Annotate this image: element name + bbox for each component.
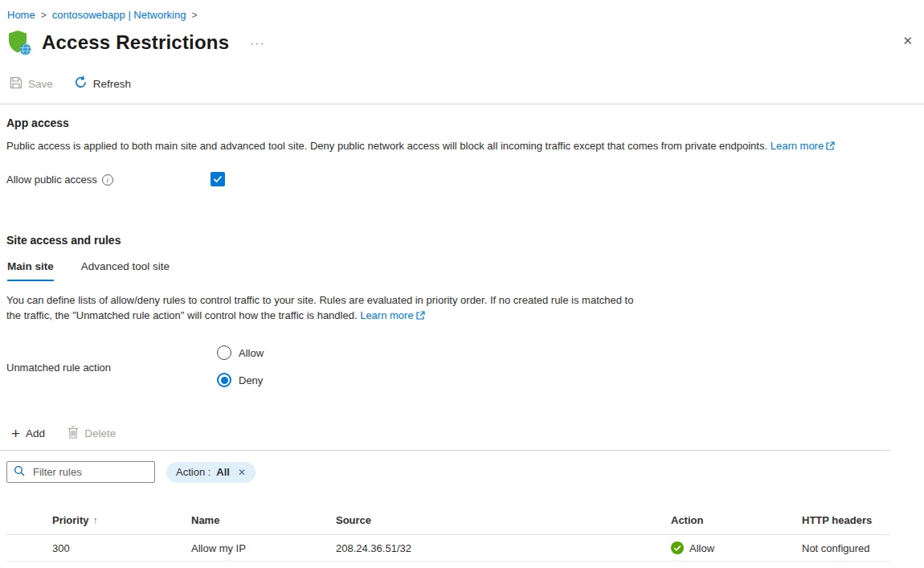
more-options-icon[interactable]: ···: [250, 37, 265, 49]
radio-allow-label: Allow: [239, 347, 264, 359]
tab-main-site[interactable]: Main site: [7, 260, 54, 281]
rule-action: Allow: [671, 541, 802, 554]
unmatched-rule-action-row: Unmatched rule action Allow Deny: [6, 345, 924, 387]
sort-ascending-icon: ↑: [93, 515, 98, 526]
allow-public-access-label-group: Allow public access i: [6, 172, 211, 186]
breadcrumb-separator: >: [41, 10, 47, 21]
radio-option-deny[interactable]: Deny: [217, 373, 264, 387]
rules-learn-more-link[interactable]: Learn more: [360, 309, 413, 321]
rule-action-label: Allow: [689, 542, 714, 554]
column-header-action[interactable]: Action: [671, 514, 802, 526]
priority-header-label: Priority: [52, 514, 89, 526]
app-access-heading: App access: [6, 116, 924, 129]
action-filter-label: Action :: [176, 466, 211, 478]
access-restrictions-pane: Home > contosowebapp | Networking > Acce…: [0, 0, 924, 568]
toolbar-divider: [0, 104, 924, 104]
action-filter-value: All: [216, 466, 230, 478]
refresh-icon: [74, 76, 88, 92]
delete-label: Delete: [84, 427, 116, 439]
rules-divider: [0, 450, 890, 451]
allow-status-icon: [671, 541, 684, 554]
table-row-allow-my-ip[interactable]: 300 Allow my IP 208.24.36.51/32 Allow No…: [6, 535, 890, 562]
rules-description: You can define lists of allow/deny rules…: [6, 292, 924, 324]
save-label: Save: [28, 78, 53, 90]
rule-name: Allow my IP: [191, 542, 336, 554]
add-rule-button[interactable]: + Add: [11, 426, 45, 441]
app-access-learn-more-link[interactable]: Learn more: [771, 140, 824, 152]
rules-toolbar: + Add Delete: [11, 424, 924, 442]
column-header-name[interactable]: Name: [191, 514, 336, 526]
breadcrumb-home[interactable]: Home: [7, 9, 35, 21]
site-access-heading: Site access and rules: [6, 234, 924, 247]
app-access-description: Public access is applied to both main si…: [6, 138, 924, 154]
rule-source: 208.24.36.51/32: [336, 542, 671, 554]
allow-public-access-label: Allow public access: [6, 174, 97, 186]
breadcrumb-separator: >: [191, 10, 197, 21]
radio-option-allow[interactable]: Allow: [217, 345, 264, 360]
rule-priority: 300: [52, 542, 191, 554]
radio-deny-icon[interactable]: [217, 373, 231, 387]
filter-row: Action : All ✕: [6, 461, 924, 483]
search-icon: [14, 465, 25, 479]
column-header-source[interactable]: Source: [336, 514, 671, 526]
rules-description-line1: You can define lists of allow/deny rules…: [6, 294, 633, 306]
unmatched-rule-action-label: Unmatched rule action: [6, 345, 211, 387]
page-title: Access Restrictions: [42, 31, 229, 54]
trash-icon: [67, 426, 79, 441]
access-restrictions-shield-icon: [6, 29, 32, 56]
rules-description-line2: the traffic, the "Unmatched rule action"…: [6, 309, 358, 321]
delete-rule-button[interactable]: Delete: [67, 426, 116, 441]
external-link-icon: [416, 309, 425, 324]
column-header-http-headers[interactable]: HTTP headers: [802, 514, 890, 526]
close-icon[interactable]: ✕: [902, 35, 913, 47]
allow-public-access-checkbox[interactable]: [211, 172, 225, 186]
radio-deny-label: Deny: [239, 374, 263, 386]
site-access-tabs: Main site Advanced tool site: [7, 260, 924, 281]
column-header-priority[interactable]: Priority↑: [52, 514, 191, 526]
refresh-label: Refresh: [93, 78, 131, 90]
plus-icon: +: [11, 426, 20, 441]
radio-allow-icon[interactable]: [217, 345, 231, 360]
rules-table-header: Priority↑ Name Source Action HTTP header…: [6, 506, 890, 535]
filter-rules-searchbox[interactable]: [6, 461, 155, 483]
save-icon: [10, 76, 22, 92]
filter-rules-input[interactable]: [31, 465, 148, 479]
table-row-deny-all[interactable]: 2147483647 Deny all Any Deny Not configu…: [6, 562, 890, 568]
breadcrumb: Home > contosowebapp | Networking >: [0, 0, 924, 21]
save-button[interactable]: Save: [10, 76, 53, 92]
breadcrumb-networking[interactable]: contosowebapp | Networking: [52, 9, 186, 21]
unmatched-rule-action-options: Allow Deny: [217, 345, 264, 387]
app-access-description-text: Public access is applied to both main si…: [6, 140, 767, 152]
action-filter-pill[interactable]: Action : All ✕: [166, 462, 256, 483]
page-header: Access Restrictions ···: [6, 29, 924, 56]
add-label: Add: [26, 427, 45, 439]
command-bar: Save Refresh: [10, 74, 924, 93]
external-link-icon: [826, 139, 835, 154]
rules-table: Priority↑ Name Source Action HTTP header…: [6, 506, 890, 568]
info-icon[interactable]: i: [102, 174, 113, 186]
allow-public-access-row: Allow public access i: [6, 172, 924, 186]
refresh-button[interactable]: Refresh: [74, 76, 131, 92]
rule-http-headers: Not configured: [802, 542, 890, 554]
dismiss-filter-icon[interactable]: ✕: [238, 467, 246, 478]
tab-advanced-tool-site[interactable]: Advanced tool site: [81, 260, 170, 281]
